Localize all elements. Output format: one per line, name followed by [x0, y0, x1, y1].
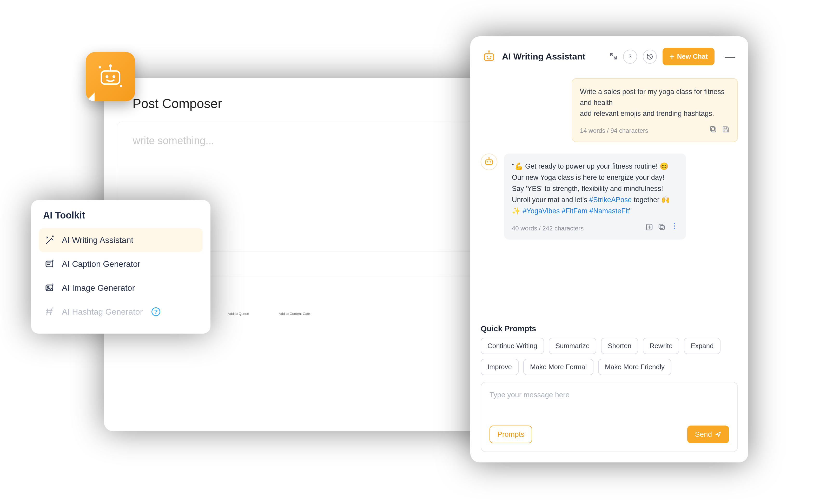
- bot-close: ": [629, 207, 632, 215]
- svg-rect-14: [712, 128, 716, 132]
- new-chat-label: New Chat: [677, 52, 708, 61]
- assistant-panel: AI Writing Assistant $ New Chat — Write …: [470, 36, 748, 462]
- chip-make-friendly[interactable]: Make More Friendly: [598, 359, 671, 375]
- user-message-line2: add relevant emojis and trending hashtag…: [580, 108, 730, 119]
- chip-improve[interactable]: Improve: [481, 359, 519, 375]
- toolkit-item-writing-assistant[interactable]: AI Writing Assistant: [39, 228, 203, 252]
- chip-continue-writing[interactable]: Continue Writing: [481, 338, 544, 354]
- plus-icon: [669, 54, 675, 59]
- robot-icon: [96, 62, 125, 91]
- svg-point-9: [486, 56, 488, 57]
- composer-placeholder: write something...: [133, 135, 214, 146]
- copy-icon[interactable]: [658, 223, 666, 234]
- toolkit-title: AI Toolkit: [43, 210, 199, 221]
- quick-prompts-title: Quick Prompts: [481, 324, 738, 333]
- svg-point-10: [490, 56, 492, 57]
- send-button[interactable]: Send: [687, 426, 729, 443]
- svg-point-17: [487, 161, 488, 162]
- hashtag-1[interactable]: #StrikeAPose: [589, 196, 632, 204]
- svg-text:$: $: [629, 54, 631, 59]
- svg-rect-22: [660, 226, 664, 230]
- toolkit-item-image-generator[interactable]: AI Image Generator: [39, 276, 203, 300]
- image-icon: [45, 283, 55, 293]
- svg-point-12: [488, 50, 490, 52]
- copy-icon[interactable]: [709, 125, 717, 136]
- svg-point-18: [490, 161, 491, 162]
- chat-input[interactable]: Type your message here Prompts Send: [481, 382, 738, 452]
- chat-input-placeholder: Type your message here: [490, 391, 729, 422]
- ai-bot-tile-icon[interactable]: [86, 52, 135, 101]
- assistant-title: AI Writing Assistant: [502, 51, 604, 62]
- svg-rect-0: [101, 71, 120, 84]
- toolkit-item-caption-generator[interactable]: AI Caption Generator: [39, 252, 203, 276]
- assistant-header: AI Writing Assistant $ New Chat —: [470, 36, 748, 73]
- tab-add-content-category[interactable]: Add to Content Cate: [273, 308, 316, 319]
- user-message-line1: Write a sales post for my yoga class for…: [580, 87, 730, 108]
- caption-icon: [45, 259, 55, 269]
- svg-rect-8: [484, 54, 494, 60]
- composer-title: Post Composer: [104, 78, 494, 122]
- bot-message-row: "💪 Get ready to power up your fitness ro…: [481, 154, 738, 240]
- hashtag-2[interactable]: #YogaVibes #FitFam #NamasteFit: [523, 207, 629, 215]
- chip-summarize[interactable]: Summarize: [549, 338, 596, 354]
- chip-expand[interactable]: Expand: [684, 338, 720, 354]
- svg-rect-23: [659, 224, 663, 228]
- credits-icon[interactable]: $: [623, 50, 637, 64]
- user-message-stats: 14 words / 94 characters: [580, 126, 648, 135]
- expand-icon[interactable]: [610, 52, 617, 61]
- send-icon: [715, 431, 721, 437]
- robot-icon: [482, 49, 496, 64]
- help-icon[interactable]: ?: [151, 307, 160, 316]
- toolkit-item-label: AI Image Generator: [62, 283, 135, 293]
- chat-thread: Write a sales post for my yoga class for…: [470, 73, 748, 317]
- toolkit-item-label: AI Hashtag Generator: [62, 307, 143, 317]
- bot-message-stats: 40 words / 242 characters: [512, 223, 584, 233]
- magic-wand-icon: [45, 235, 55, 245]
- hashtag-icon: [45, 307, 55, 317]
- toolkit-item-label: AI Writing Assistant: [62, 235, 133, 245]
- svg-rect-16: [486, 160, 492, 164]
- minimize-icon[interactable]: —: [720, 51, 737, 62]
- insert-icon[interactable]: [645, 223, 653, 234]
- toolkit-item-label: AI Caption Generator: [62, 259, 140, 269]
- chip-make-formal[interactable]: Make More Formal: [523, 359, 593, 375]
- user-message: Write a sales post for my yoga class for…: [572, 78, 738, 142]
- more-icon[interactable]: ⋮: [670, 223, 678, 234]
- history-icon[interactable]: [643, 50, 657, 64]
- chip-rewrite[interactable]: Rewrite: [643, 338, 679, 354]
- svg-point-1: [105, 75, 108, 78]
- svg-point-4: [109, 64, 112, 67]
- save-icon[interactable]: [722, 125, 730, 136]
- svg-rect-5: [46, 261, 53, 267]
- bot-avatar-icon: [481, 154, 497, 170]
- toolkit-item-hashtag-generator[interactable]: AI Hashtag Generator ?: [39, 300, 203, 324]
- prompts-button[interactable]: Prompts: [490, 426, 532, 443]
- bot-message: "💪 Get ready to power up your fitness ro…: [504, 154, 686, 240]
- svg-point-20: [488, 157, 490, 158]
- chip-shorten[interactable]: Shorten: [601, 338, 638, 354]
- send-label: Send: [695, 430, 712, 439]
- ai-toolkit-popover: AI Toolkit AI Writing Assistant AI Capti…: [31, 200, 210, 334]
- new-chat-button[interactable]: New Chat: [663, 48, 715, 65]
- svg-rect-15: [710, 127, 715, 131]
- quick-prompts-section: Quick Prompts Continue Writing Summarize…: [470, 317, 748, 382]
- svg-point-7: [48, 286, 49, 288]
- svg-point-2: [113, 75, 115, 78]
- tab-add-queue[interactable]: Add to Queue: [222, 308, 255, 319]
